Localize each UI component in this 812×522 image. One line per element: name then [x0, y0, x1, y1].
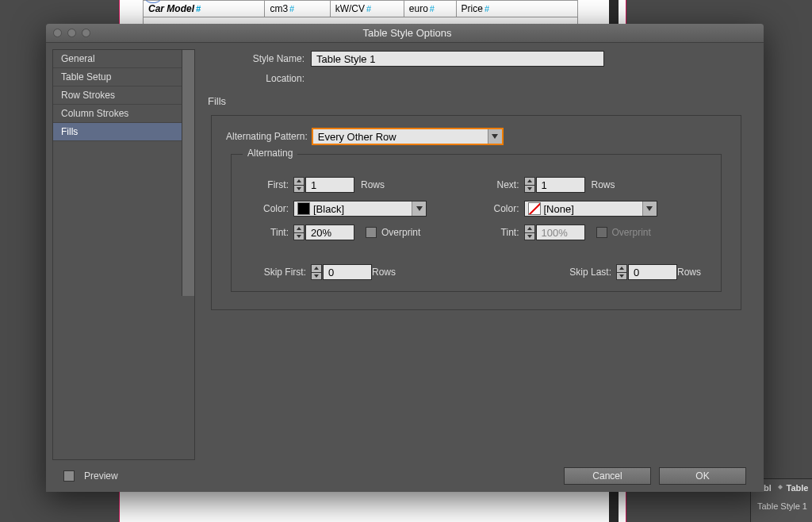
next-color-label: Color: — [477, 203, 524, 214]
sidebar-item-general[interactable]: General — [53, 50, 194, 68]
next-rows-input[interactable] — [536, 177, 585, 193]
black-swatch-icon — [297, 202, 310, 215]
sidebar-scrollbar[interactable] — [182, 50, 194, 296]
first-overprint-checkbox[interactable] — [366, 227, 377, 238]
next-overprint-checkbox — [596, 227, 607, 238]
skip-first-stepper[interactable] — [311, 264, 322, 280]
first-color-dropdown[interactable]: [Black] — [293, 201, 427, 217]
first-tint-label: Tint: — [246, 227, 293, 238]
category-sidebar: General Table Setup Row Strokes Column S… — [52, 49, 195, 460]
panel-style-item: Table Style 1 — [754, 501, 809, 511]
window-minimize-icon[interactable] — [67, 29, 76, 37]
dialog-footer: Preview Cancel OK — [46, 460, 764, 492]
skip-first-input[interactable] — [323, 264, 372, 280]
chevron-down-icon — [642, 202, 657, 216]
rows-suffix: Rows — [592, 179, 615, 190]
fills-group: Alternating Pattern: Every Other Row Alt… — [211, 115, 741, 310]
rows-suffix: Rows — [677, 267, 701, 278]
next-stepper[interactable] — [524, 177, 535, 193]
next-tint-label: Tint: — [477, 227, 524, 238]
first-overprint-label: Overprint — [381, 227, 420, 238]
sidebar-item-table-setup[interactable]: Table Setup — [53, 68, 194, 86]
style-name-input[interactable] — [311, 51, 604, 67]
next-color-dropdown[interactable]: [None] — [524, 201, 657, 217]
none-swatch-icon — [528, 202, 541, 215]
preview-checkbox[interactable] — [63, 470, 75, 482]
dialog-titlebar[interactable]: Table Style Options — [46, 24, 764, 43]
sidebar-item-fills[interactable]: Fills — [53, 123, 194, 141]
alternating-pattern-label: Alternating Pattern: — [226, 131, 308, 142]
ok-button[interactable]: OK — [659, 467, 746, 485]
skip-last-input[interactable] — [628, 264, 677, 280]
next-tint-stepper[interactable] — [524, 225, 535, 240]
chevron-down-icon — [488, 129, 502, 144]
skip-first-label: Skip First: — [246, 267, 311, 278]
cancel-button[interactable]: Cancel — [564, 467, 651, 485]
dialog-title: Table Style Options — [90, 27, 724, 39]
window-close-icon[interactable] — [53, 29, 62, 37]
sidebar-item-column-strokes[interactable]: Column Strokes — [53, 105, 194, 123]
window-zoom-icon[interactable] — [82, 29, 90, 37]
panel-tab: Table — [786, 483, 808, 493]
first-tint-input[interactable] — [305, 225, 354, 240]
fills-section-title: Fills — [208, 95, 745, 107]
skip-last-stepper[interactable] — [616, 264, 627, 280]
first-color-label: Color: — [246, 203, 293, 214]
next-label: Next: — [477, 179, 524, 190]
preview-label: Preview — [84, 470, 118, 482]
rows-suffix: Rows — [361, 179, 385, 190]
skip-last-label: Skip Last: — [551, 267, 616, 278]
first-rows-input[interactable] — [305, 177, 354, 193]
alternating-group: Alternating First: — [231, 154, 722, 292]
alternating-pattern-dropdown[interactable]: Every Other Row — [312, 129, 503, 144]
location-label: Location: — [208, 73, 311, 84]
fills-panel: Style Name: Location: Fills Alternating … — [195, 43, 764, 460]
next-overprint-label: Overprint — [612, 227, 651, 238]
next-tint-input[interactable] — [536, 225, 585, 240]
style-name-label: Style Name: — [208, 53, 311, 64]
first-label: First: — [246, 179, 293, 190]
sidebar-item-row-strokes[interactable]: Row Strokes — [53, 86, 194, 105]
chevron-down-icon — [412, 202, 426, 216]
rows-suffix: Rows — [372, 267, 396, 278]
first-stepper[interactable] — [293, 177, 304, 193]
alternating-group-title: Alternating — [243, 148, 297, 159]
table-style-options-dialog: Table Style Options General Table Setup … — [46, 24, 764, 492]
first-tint-stepper[interactable] — [293, 225, 304, 240]
